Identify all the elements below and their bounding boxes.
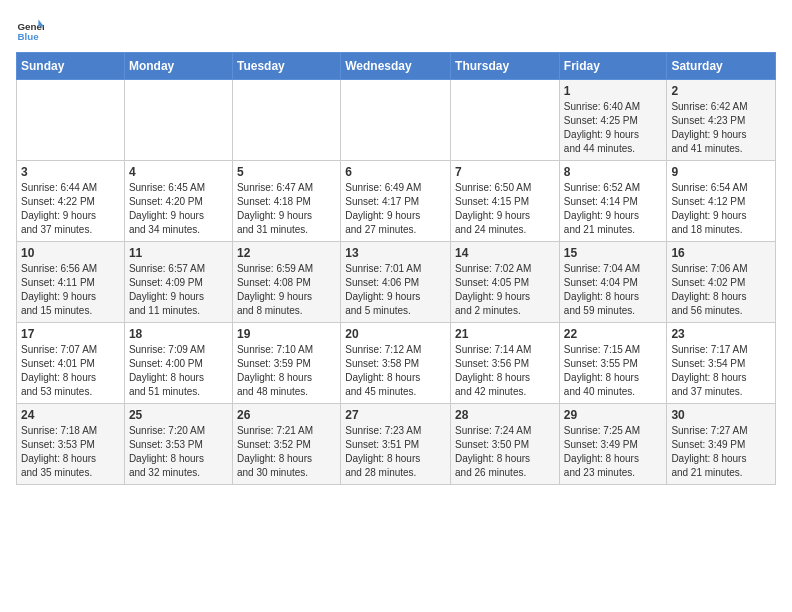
calendar-cell: 9Sunrise: 6:54 AM Sunset: 4:12 PM Daylig… (667, 161, 776, 242)
day-number: 8 (564, 165, 663, 179)
day-info: Sunrise: 7:12 AM Sunset: 3:58 PM Dayligh… (345, 343, 446, 399)
day-info: Sunrise: 7:04 AM Sunset: 4:04 PM Dayligh… (564, 262, 663, 318)
calendar-cell: 14Sunrise: 7:02 AM Sunset: 4:05 PM Dayli… (451, 242, 560, 323)
calendar-cell: 11Sunrise: 6:57 AM Sunset: 4:09 PM Dayli… (124, 242, 232, 323)
day-number: 20 (345, 327, 446, 341)
calendar-cell: 12Sunrise: 6:59 AM Sunset: 4:08 PM Dayli… (232, 242, 340, 323)
calendar-week-5: 24Sunrise: 7:18 AM Sunset: 3:53 PM Dayli… (17, 404, 776, 485)
day-number: 22 (564, 327, 663, 341)
calendar-header-monday: Monday (124, 53, 232, 80)
calendar-cell: 18Sunrise: 7:09 AM Sunset: 4:00 PM Dayli… (124, 323, 232, 404)
calendar-cell (232, 80, 340, 161)
day-info: Sunrise: 7:15 AM Sunset: 3:55 PM Dayligh… (564, 343, 663, 399)
day-number: 21 (455, 327, 555, 341)
calendar-cell: 7Sunrise: 6:50 AM Sunset: 4:15 PM Daylig… (451, 161, 560, 242)
day-info: Sunrise: 6:42 AM Sunset: 4:23 PM Dayligh… (671, 100, 771, 156)
calendar-week-1: 1Sunrise: 6:40 AM Sunset: 4:25 PM Daylig… (17, 80, 776, 161)
calendar-header-wednesday: Wednesday (341, 53, 451, 80)
day-info: Sunrise: 7:09 AM Sunset: 4:00 PM Dayligh… (129, 343, 228, 399)
day-info: Sunrise: 7:27 AM Sunset: 3:49 PM Dayligh… (671, 424, 771, 480)
day-info: Sunrise: 7:17 AM Sunset: 3:54 PM Dayligh… (671, 343, 771, 399)
calendar-week-2: 3Sunrise: 6:44 AM Sunset: 4:22 PM Daylig… (17, 161, 776, 242)
calendar-cell: 19Sunrise: 7:10 AM Sunset: 3:59 PM Dayli… (232, 323, 340, 404)
day-number: 26 (237, 408, 336, 422)
calendar-cell: 24Sunrise: 7:18 AM Sunset: 3:53 PM Dayli… (17, 404, 125, 485)
calendar-header-saturday: Saturday (667, 53, 776, 80)
logo: General Blue (16, 16, 48, 44)
day-number: 14 (455, 246, 555, 260)
day-number: 7 (455, 165, 555, 179)
calendar-cell (124, 80, 232, 161)
calendar-cell: 3Sunrise: 6:44 AM Sunset: 4:22 PM Daylig… (17, 161, 125, 242)
day-number: 18 (129, 327, 228, 341)
calendar-cell: 1Sunrise: 6:40 AM Sunset: 4:25 PM Daylig… (559, 80, 667, 161)
day-info: Sunrise: 6:49 AM Sunset: 4:17 PM Dayligh… (345, 181, 446, 237)
calendar-header-friday: Friday (559, 53, 667, 80)
day-info: Sunrise: 7:02 AM Sunset: 4:05 PM Dayligh… (455, 262, 555, 318)
day-info: Sunrise: 6:45 AM Sunset: 4:20 PM Dayligh… (129, 181, 228, 237)
calendar-cell: 29Sunrise: 7:25 AM Sunset: 3:49 PM Dayli… (559, 404, 667, 485)
calendar-cell: 5Sunrise: 6:47 AM Sunset: 4:18 PM Daylig… (232, 161, 340, 242)
day-info: Sunrise: 6:50 AM Sunset: 4:15 PM Dayligh… (455, 181, 555, 237)
day-info: Sunrise: 7:07 AM Sunset: 4:01 PM Dayligh… (21, 343, 120, 399)
calendar-header-sunday: Sunday (17, 53, 125, 80)
calendar-cell: 10Sunrise: 6:56 AM Sunset: 4:11 PM Dayli… (17, 242, 125, 323)
calendar-header-row: SundayMondayTuesdayWednesdayThursdayFrid… (17, 53, 776, 80)
day-info: Sunrise: 7:06 AM Sunset: 4:02 PM Dayligh… (671, 262, 771, 318)
day-number: 2 (671, 84, 771, 98)
calendar-cell (17, 80, 125, 161)
calendar-cell (451, 80, 560, 161)
calendar-header-tuesday: Tuesday (232, 53, 340, 80)
calendar-cell: 17Sunrise: 7:07 AM Sunset: 4:01 PM Dayli… (17, 323, 125, 404)
day-info: Sunrise: 7:24 AM Sunset: 3:50 PM Dayligh… (455, 424, 555, 480)
day-info: Sunrise: 6:57 AM Sunset: 4:09 PM Dayligh… (129, 262, 228, 318)
day-info: Sunrise: 7:23 AM Sunset: 3:51 PM Dayligh… (345, 424, 446, 480)
calendar-cell: 25Sunrise: 7:20 AM Sunset: 3:53 PM Dayli… (124, 404, 232, 485)
day-number: 16 (671, 246, 771, 260)
day-info: Sunrise: 7:10 AM Sunset: 3:59 PM Dayligh… (237, 343, 336, 399)
day-number: 12 (237, 246, 336, 260)
calendar-cell: 30Sunrise: 7:27 AM Sunset: 3:49 PM Dayli… (667, 404, 776, 485)
day-info: Sunrise: 7:21 AM Sunset: 3:52 PM Dayligh… (237, 424, 336, 480)
day-number: 11 (129, 246, 228, 260)
calendar-cell: 20Sunrise: 7:12 AM Sunset: 3:58 PM Dayli… (341, 323, 451, 404)
day-number: 27 (345, 408, 446, 422)
calendar-cell: 15Sunrise: 7:04 AM Sunset: 4:04 PM Dayli… (559, 242, 667, 323)
day-number: 30 (671, 408, 771, 422)
day-number: 25 (129, 408, 228, 422)
day-info: Sunrise: 7:20 AM Sunset: 3:53 PM Dayligh… (129, 424, 228, 480)
day-info: Sunrise: 7:18 AM Sunset: 3:53 PM Dayligh… (21, 424, 120, 480)
day-number: 19 (237, 327, 336, 341)
day-number: 23 (671, 327, 771, 341)
calendar-week-3: 10Sunrise: 6:56 AM Sunset: 4:11 PM Dayli… (17, 242, 776, 323)
calendar-cell: 23Sunrise: 7:17 AM Sunset: 3:54 PM Dayli… (667, 323, 776, 404)
day-info: Sunrise: 6:47 AM Sunset: 4:18 PM Dayligh… (237, 181, 336, 237)
day-number: 9 (671, 165, 771, 179)
calendar-cell: 4Sunrise: 6:45 AM Sunset: 4:20 PM Daylig… (124, 161, 232, 242)
day-number: 3 (21, 165, 120, 179)
day-number: 17 (21, 327, 120, 341)
calendar-cell: 28Sunrise: 7:24 AM Sunset: 3:50 PM Dayli… (451, 404, 560, 485)
day-number: 6 (345, 165, 446, 179)
calendar-cell: 16Sunrise: 7:06 AM Sunset: 4:02 PM Dayli… (667, 242, 776, 323)
day-info: Sunrise: 6:56 AM Sunset: 4:11 PM Dayligh… (21, 262, 120, 318)
day-number: 15 (564, 246, 663, 260)
day-info: Sunrise: 6:54 AM Sunset: 4:12 PM Dayligh… (671, 181, 771, 237)
calendar-cell: 27Sunrise: 7:23 AM Sunset: 3:51 PM Dayli… (341, 404, 451, 485)
day-number: 1 (564, 84, 663, 98)
logo-icon: General Blue (16, 16, 44, 44)
calendar-cell: 26Sunrise: 7:21 AM Sunset: 3:52 PM Dayli… (232, 404, 340, 485)
svg-text:Blue: Blue (17, 31, 39, 42)
calendar-cell: 21Sunrise: 7:14 AM Sunset: 3:56 PM Dayli… (451, 323, 560, 404)
day-number: 10 (21, 246, 120, 260)
calendar-cell: 13Sunrise: 7:01 AM Sunset: 4:06 PM Dayli… (341, 242, 451, 323)
day-number: 13 (345, 246, 446, 260)
day-info: Sunrise: 7:01 AM Sunset: 4:06 PM Dayligh… (345, 262, 446, 318)
day-info: Sunrise: 6:52 AM Sunset: 4:14 PM Dayligh… (564, 181, 663, 237)
calendar-cell (341, 80, 451, 161)
calendar-header-thursday: Thursday (451, 53, 560, 80)
day-number: 29 (564, 408, 663, 422)
day-number: 4 (129, 165, 228, 179)
calendar-cell: 2Sunrise: 6:42 AM Sunset: 4:23 PM Daylig… (667, 80, 776, 161)
day-info: Sunrise: 7:14 AM Sunset: 3:56 PM Dayligh… (455, 343, 555, 399)
